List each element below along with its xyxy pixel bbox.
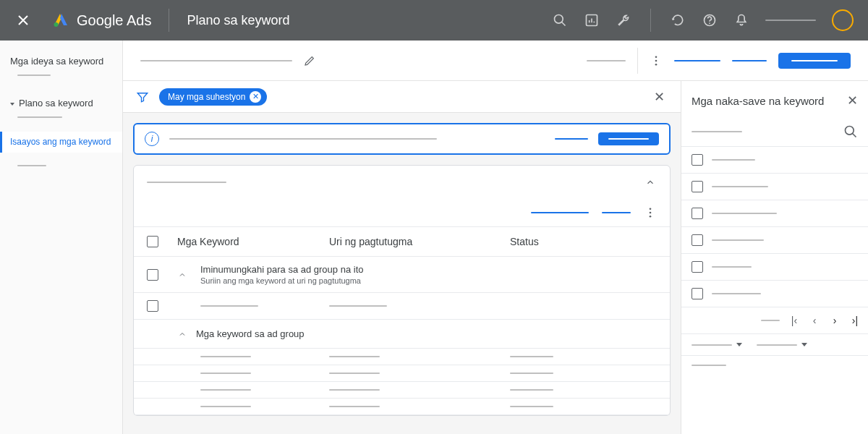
cell-placeholder [200,406,251,407]
toolbar-placeholder [587,60,626,61]
row-checkbox[interactable] [692,261,703,273]
refresh-icon[interactable] [670,12,686,28]
ads-logo-icon [52,12,69,29]
filter-icon[interactable] [136,90,149,103]
list-item[interactable] [681,174,868,200]
product-name: Google Ads [77,12,151,29]
panel-footer [681,334,868,356]
panel-footer-2 [681,356,868,375]
card-action-1[interactable] [531,212,589,213]
pager: |‹ ‹ › ›| [681,307,868,334]
cell-placeholder [200,389,251,391]
panel-search[interactable] [681,120,868,147]
sidebar-item-ideas[interactable]: Mga ideya sa keyword [0,51,122,72]
dropdown-2[interactable] [757,343,807,346]
help-icon[interactable] [702,12,718,28]
sidebar-sub-placeholder[interactable] [0,114,122,120]
cell-placeholder [712,239,764,241]
sidebar-item-organize[interactable]: Isaayos ang mga keyword [0,132,122,153]
list-item[interactable] [681,227,868,254]
svg-point-1 [555,15,563,24]
sidebar-sub-placeholder[interactable] [0,163,122,169]
panel-close-button[interactable]: ✕ [847,93,858,109]
list-item[interactable] [681,281,868,307]
cell-placeholder [510,406,553,407]
column-status[interactable]: Status [510,236,657,247]
reports-icon[interactable] [584,12,600,28]
list-item[interactable] [681,254,868,281]
table-row[interactable] [134,293,670,320]
cell-placeholder [510,389,553,391]
divider [169,9,169,32]
search-icon[interactable] [552,12,568,28]
sidebar-sub-placeholder[interactable] [0,72,122,78]
filter-bar: May mga suhestyon ✕ ✕ [123,81,681,113]
pager-last-icon[interactable]: ›| [849,315,861,326]
row-checkbox[interactable] [692,288,703,299]
edit-icon[interactable] [304,55,315,67]
suggested-subtitle: Suriin ang mga keyword at uri ng pagtutu… [200,276,363,285]
row-checkbox[interactable] [692,208,703,219]
select-all-checkbox[interactable] [147,236,158,247]
toolbar-link-2[interactable] [732,60,767,61]
close-filter-button[interactable]: ✕ [651,86,668,108]
row-checkbox[interactable] [147,269,158,281]
table-row[interactable] [134,382,670,399]
row-checkbox[interactable] [692,154,703,166]
chip-remove-icon[interactable]: ✕ [250,91,261,103]
column-keywords[interactable]: Mga Keyword [177,236,329,247]
pager-prev-icon[interactable]: ‹ [809,315,820,326]
table-row[interactable] [134,365,670,382]
banner-text-placeholder [169,138,437,140]
svg-point-10 [655,59,658,61]
banner-link[interactable] [555,138,588,140]
search-placeholder [692,131,742,132]
card-more-icon[interactable] [644,206,657,219]
more-icon[interactable] [650,54,663,67]
product-logo: Google Ads [52,12,151,29]
list-item[interactable] [681,147,868,174]
row-checkbox[interactable] [692,181,703,192]
cell-placeholder [712,213,777,214]
sidebar-item-label: Mga ideya sa keyword [10,56,103,67]
cell-placeholder [712,159,755,161]
svg-point-0 [54,22,59,27]
pager-next-icon[interactable]: › [829,315,841,326]
primary-action-button[interactable] [778,53,851,69]
cell-placeholder [510,373,553,374]
sidebar-item-plan[interactable]: Plano sa keyword [0,93,122,114]
collapse-section-icon[interactable] [177,329,187,339]
card-action-2[interactable] [602,212,631,213]
sidebar-item-label: Isaayos ang mga keyword [10,137,111,147]
chevron-down-icon [801,343,807,346]
search-icon[interactable] [843,124,858,139]
notifications-icon[interactable] [733,12,749,28]
table-row[interactable] [134,349,670,365]
avatar[interactable] [832,9,854,31]
row-checkbox[interactable] [692,234,703,246]
sidebar: Mga ideya sa keyword Plano sa keyword Is… [0,41,123,434]
list-item[interactable] [681,200,868,227]
close-button[interactable] [14,12,32,29]
tools-icon[interactable] [616,12,631,28]
collapse-icon[interactable] [644,176,657,189]
toolbar-link-1[interactable] [674,60,720,61]
section-title: Mga keyword sa ad group [196,328,305,339]
banner-action-button[interactable] [598,132,659,145]
collapse-row-icon[interactable] [177,270,187,280]
cell-placeholder [329,406,380,407]
toolbar [123,41,868,81]
chevron-down-icon [736,343,742,346]
card-title-placeholder [147,182,226,183]
table-row[interactable] [134,399,670,415]
pager-first-icon[interactable]: |‹ [788,315,800,326]
dropdown-1[interactable] [692,343,742,346]
filter-chip-suggestions[interactable]: May mga suhestyon ✕ [159,88,267,106]
suggested-title: Iminumungkahi para sa ad group na ito [200,264,363,275]
divider [650,9,651,32]
svg-line-2 [562,22,566,26]
row-checkbox[interactable] [147,300,158,312]
column-match[interactable]: Uri ng pagtutugma [329,236,510,247]
cell-placeholder [200,373,251,374]
plan-name-placeholder[interactable] [140,60,292,61]
